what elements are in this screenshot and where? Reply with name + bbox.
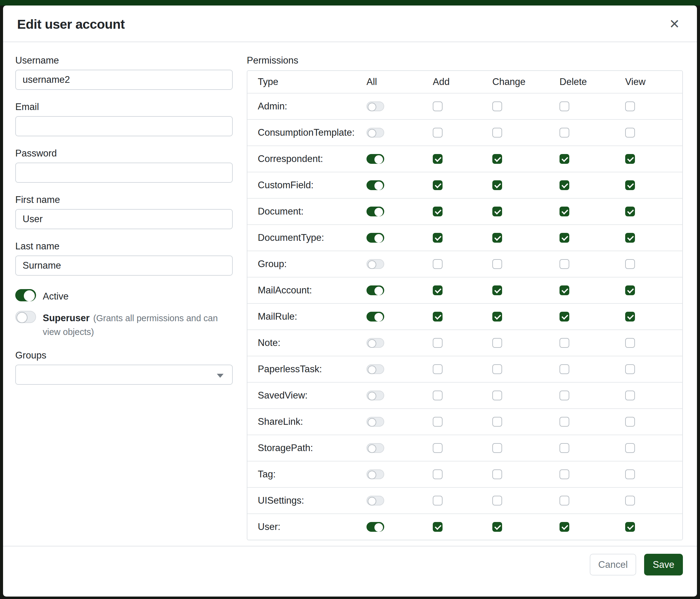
modal-title: Edit user account: [17, 17, 125, 32]
permission-view-checkbox[interactable]: [625, 470, 635, 479]
permission-add-checkbox[interactable]: [433, 101, 443, 111]
permission-change-checkbox[interactable]: [492, 128, 502, 138]
permission-view-checkbox[interactable]: [625, 285, 635, 295]
permission-add-checkbox[interactable]: [433, 154, 443, 164]
permission-add-checkbox[interactable]: [433, 285, 443, 295]
permission-delete-checkbox[interactable]: [559, 180, 569, 190]
permission-change-checkbox[interactable]: [492, 417, 502, 427]
permission-change-checkbox[interactable]: [492, 207, 502, 216]
permission-all-toggle[interactable]: [367, 233, 384, 243]
permission-delete-checkbox[interactable]: [559, 233, 569, 243]
permission-add-checkbox[interactable]: [433, 207, 443, 216]
permission-all-toggle[interactable]: [367, 338, 384, 348]
permission-view-checkbox[interactable]: [625, 259, 635, 269]
permission-add-checkbox[interactable]: [433, 417, 443, 427]
permission-change-checkbox[interactable]: [492, 285, 502, 295]
permission-change-checkbox[interactable]: [492, 364, 502, 374]
permission-view-checkbox[interactable]: [625, 154, 635, 164]
permission-all-toggle[interactable]: [367, 496, 384, 505]
permission-change-checkbox[interactable]: [492, 101, 502, 111]
permission-add-checkbox[interactable]: [433, 312, 443, 321]
permission-type-label: DocumentType:: [247, 232, 366, 243]
permission-view-checkbox[interactable]: [625, 522, 635, 532]
permission-view-checkbox[interactable]: [625, 496, 635, 505]
permission-change-checkbox[interactable]: [492, 154, 502, 164]
permission-delete-checkbox[interactable]: [559, 470, 569, 479]
permission-view-checkbox[interactable]: [625, 443, 635, 453]
permission-change-checkbox[interactable]: [492, 233, 502, 243]
permission-add-checkbox[interactable]: [433, 390, 443, 400]
password-input[interactable]: [15, 163, 233, 183]
permission-view-checkbox[interactable]: [625, 101, 635, 111]
permission-add-checkbox[interactable]: [433, 259, 443, 269]
permission-delete-checkbox[interactable]: [559, 154, 569, 164]
permission-delete-checkbox[interactable]: [559, 259, 569, 269]
cancel-button[interactable]: Cancel: [590, 554, 636, 575]
permission-delete-checkbox[interactable]: [559, 443, 569, 453]
permission-view-checkbox[interactable]: [625, 207, 635, 216]
permission-all-toggle[interactable]: [367, 128, 384, 138]
permission-view-checkbox[interactable]: [625, 390, 635, 400]
permission-view-checkbox[interactable]: [625, 338, 635, 348]
permission-delete-checkbox[interactable]: [559, 496, 569, 505]
permission-view-checkbox[interactable]: [625, 312, 635, 321]
permission-all-toggle[interactable]: [367, 364, 384, 374]
active-toggle[interactable]: [15, 289, 36, 301]
permission-add-checkbox[interactable]: [433, 496, 443, 505]
permission-all-toggle[interactable]: [367, 443, 384, 453]
permission-view-checkbox[interactable]: [625, 233, 635, 243]
permission-all-toggle[interactable]: [367, 470, 384, 479]
superuser-toggle[interactable]: [15, 311, 36, 323]
permission-delete-checkbox[interactable]: [559, 338, 569, 348]
permission-add-checkbox[interactable]: [433, 364, 443, 374]
permission-change-checkbox[interactable]: [492, 259, 502, 269]
permission-all-toggle[interactable]: [367, 154, 384, 164]
permission-all-toggle[interactable]: [367, 390, 384, 400]
username-input[interactable]: [15, 70, 233, 90]
permission-add-checkbox[interactable]: [433, 443, 443, 453]
permission-all-toggle[interactable]: [367, 285, 384, 295]
groups-select[interactable]: [15, 365, 233, 385]
close-icon[interactable]: ✕: [666, 16, 683, 32]
permission-change-checkbox[interactable]: [492, 470, 502, 479]
save-button[interactable]: Save: [644, 554, 683, 575]
permission-delete-checkbox[interactable]: [559, 390, 569, 400]
email-input[interactable]: [15, 116, 233, 136]
permission-change-checkbox[interactable]: [492, 522, 502, 532]
permission-add-checkbox[interactable]: [433, 128, 443, 138]
permission-view-checkbox[interactable]: [625, 364, 635, 374]
app-header-strip: [0, 0, 700, 5]
permission-delete-checkbox[interactable]: [559, 101, 569, 111]
permission-delete-checkbox[interactable]: [559, 522, 569, 532]
permission-change-checkbox[interactable]: [492, 443, 502, 453]
permission-all-toggle[interactable]: [367, 522, 384, 532]
last-name-input[interactable]: [15, 256, 233, 275]
permission-all-toggle[interactable]: [367, 207, 384, 216]
first-name-input[interactable]: [15, 209, 233, 229]
permission-add-checkbox[interactable]: [433, 522, 443, 532]
permission-change-checkbox[interactable]: [492, 496, 502, 505]
permission-delete-checkbox[interactable]: [559, 417, 569, 427]
permission-delete-checkbox[interactable]: [559, 128, 569, 138]
permission-all-toggle[interactable]: [367, 417, 384, 427]
permission-delete-checkbox[interactable]: [559, 364, 569, 374]
permission-view-checkbox[interactable]: [625, 128, 635, 138]
permission-view-checkbox[interactable]: [625, 180, 635, 190]
permission-all-toggle[interactable]: [367, 180, 384, 190]
permission-change-checkbox[interactable]: [492, 390, 502, 400]
permission-add-checkbox[interactable]: [433, 470, 443, 479]
permission-delete-checkbox[interactable]: [559, 312, 569, 321]
permission-all-toggle[interactable]: [367, 101, 384, 111]
permission-delete-checkbox[interactable]: [559, 207, 569, 216]
permission-change-checkbox[interactable]: [492, 180, 502, 190]
permission-view-checkbox[interactable]: [625, 417, 635, 427]
permission-change-checkbox[interactable]: [492, 312, 502, 321]
permission-add-checkbox[interactable]: [433, 233, 443, 243]
permission-all-toggle[interactable]: [367, 312, 384, 321]
permission-delete-checkbox[interactable]: [559, 285, 569, 295]
permission-change-checkbox[interactable]: [492, 338, 502, 348]
permission-add-checkbox[interactable]: [433, 338, 443, 348]
modal-body: Username Email Password First name Last …: [3, 42, 697, 546]
permission-add-checkbox[interactable]: [433, 180, 443, 190]
permission-all-toggle[interactable]: [367, 259, 384, 269]
